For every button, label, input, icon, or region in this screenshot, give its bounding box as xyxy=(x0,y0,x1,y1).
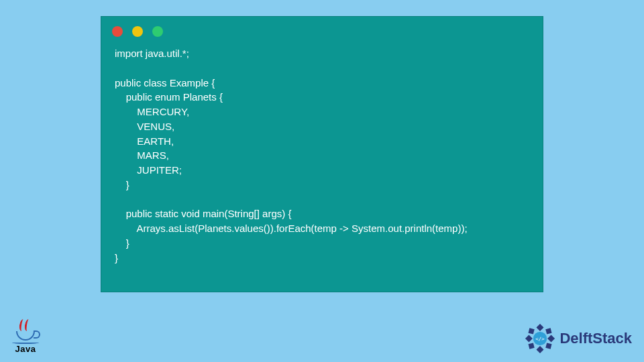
svg-text:</>: </> xyxy=(536,336,545,342)
delftstack-logo: </> DelftStack xyxy=(525,323,632,354)
svg-marker-0 xyxy=(537,324,544,331)
window-traffic-lights xyxy=(101,17,543,44)
svg-marker-5 xyxy=(546,328,552,334)
svg-marker-3 xyxy=(547,335,555,342)
java-logo: Java xyxy=(12,319,39,354)
brand-text: DelftStack xyxy=(559,330,632,347)
code-block: import java.util.*; public class Example… xyxy=(101,44,543,276)
java-steam-icon xyxy=(18,319,33,333)
java-label: Java xyxy=(15,344,36,354)
close-icon xyxy=(112,26,123,37)
java-cup-icon xyxy=(16,331,35,341)
svg-marker-6 xyxy=(529,343,535,349)
gear-icon: </> xyxy=(525,323,555,354)
minimize-icon xyxy=(132,26,143,37)
svg-marker-7 xyxy=(546,343,552,349)
maximize-icon xyxy=(152,26,163,37)
code-window: import java.util.*; public class Example… xyxy=(101,16,543,292)
footer: Java </> DelftStack xyxy=(0,319,644,358)
svg-marker-4 xyxy=(529,328,535,334)
svg-marker-1 xyxy=(537,346,544,353)
svg-marker-2 xyxy=(525,335,533,342)
